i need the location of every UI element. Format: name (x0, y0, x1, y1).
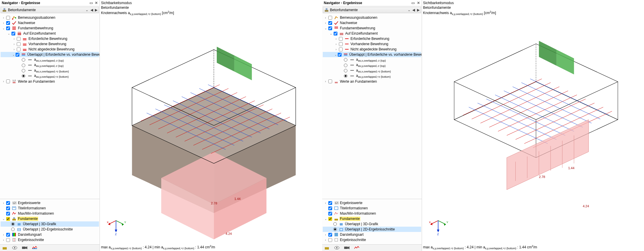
expand-icon[interactable]: › (2, 21, 5, 25)
collapse-icon[interactable]: ⌄ (12, 53, 15, 56)
tree-item-ergebniswerte[interactable]: Ergebniswerte (339, 201, 363, 205)
tree-item-nicht-abgedeckt[interactable]: Nicht abgedeckte Bewehrung (350, 47, 397, 51)
radio-label[interactable]: aas,x,overlapped,-z (top) (33, 57, 64, 62)
tree-item-vorhandene[interactable]: Vorhandene Bewehrung (28, 42, 67, 46)
viewport-2d-sections[interactable]: Sichtbarkeitsmodus Betonfundamente Knote… (422, 0, 644, 251)
collapse-icon[interactable]: ⌄ (324, 27, 327, 30)
checkbox[interactable] (6, 217, 10, 221)
tree-item-erforderliche[interactable]: Erforderliche Bewehrung (28, 37, 68, 41)
expand-icon[interactable]: › (334, 37, 338, 40)
radio-label[interactable]: aas,y,overlapped,+z (bottom) (356, 74, 391, 78)
collapse-icon[interactable]: ⌄ (2, 27, 5, 30)
tree-item-fundamentbewehrung[interactable]: Fundamentbewehrung (339, 26, 376, 30)
chevron-down-icon[interactable]: ⌄ (85, 8, 88, 12)
checkbox[interactable] (339, 37, 343, 41)
radio-label[interactable]: aas,x,overlapped,+z (bottom) (33, 68, 70, 73)
tree-item-ueberlappt[interactable]: Überlappt | Erforderliche vs. vorhandene… (27, 52, 100, 57)
collapse-icon[interactable]: ⌄ (2, 217, 5, 221)
checkbox[interactable] (16, 53, 19, 57)
pin-icon[interactable]: ▭ (90, 1, 93, 5)
tree-item-darstellungsart[interactable]: Darstellungsart (17, 233, 42, 237)
checkbox[interactable] (6, 16, 10, 20)
collapse-icon[interactable]: ⌄ (7, 32, 11, 35)
expand-icon[interactable]: › (12, 43, 16, 46)
tree-item-bemessungssituationen[interactable]: Bemessungssituationen (339, 16, 378, 20)
radio-asy-bottom[interactable] (344, 74, 347, 78)
radio-3d-grafik[interactable] (11, 222, 15, 226)
checkbox[interactable] (6, 238, 10, 242)
radio-asx-bottom[interactable] (22, 69, 25, 72)
radio-asx-bottom[interactable] (344, 69, 347, 72)
expand-icon[interactable]: › (324, 238, 327, 242)
pin-icon[interactable]: ▭ (411, 1, 415, 5)
tab-camera-icon[interactable] (343, 245, 350, 250)
tree-item-nachweise[interactable]: Nachweise (339, 21, 358, 25)
checkbox[interactable] (17, 48, 21, 51)
checkbox[interactable] (328, 16, 332, 20)
checkbox[interactable] (11, 32, 15, 35)
tree-item-vorhandene[interactable]: Vorhandene Bewehrung (350, 42, 389, 46)
checkbox[interactable] (334, 32, 337, 35)
expand-icon[interactable]: › (12, 48, 16, 51)
checkbox[interactable] (6, 79, 10, 83)
checkbox[interactable] (328, 238, 332, 242)
chevron-down-icon[interactable]: ⌄ (408, 8, 411, 12)
tree-item-bemessungssituationen[interactable]: Bemessungssituationen (17, 16, 56, 20)
tab-model-icon[interactable] (1, 245, 8, 250)
radio-label[interactable]: aas,y,overlapped,-z (top) (356, 63, 386, 67)
tree-item-titelinformationen[interactable]: Titelinformationen (17, 206, 46, 210)
checkbox[interactable] (17, 37, 21, 41)
collapse-icon[interactable]: ⌄ (329, 32, 333, 35)
tree-item-ergebnisschnitte[interactable]: Ergebnisschnitte (339, 238, 367, 242)
checkbox[interactable] (6, 21, 10, 25)
radio-asy-top[interactable] (344, 64, 347, 67)
expand-icon[interactable]: › (2, 238, 5, 242)
tree-item-nachweise[interactable]: Nachweise (17, 21, 36, 25)
radio-asy-top[interactable] (22, 64, 25, 67)
collapse-icon[interactable]: ⌄ (324, 217, 327, 221)
tree-item-ergebniswerte[interactable]: Ergebniswerte (17, 201, 41, 205)
checkbox[interactable] (338, 53, 342, 57)
checkbox[interactable] (328, 201, 332, 205)
collapse-icon[interactable]: ⌄ (334, 53, 337, 56)
navigator-category-dropdown[interactable]: Betonfundamente ⌄ ◀ ▶ (1, 7, 99, 13)
radio-label-2d[interactable]: Überlappt | 2D-Ergebnisschnitte (344, 227, 396, 231)
expand-icon[interactable]: › (334, 43, 338, 46)
expand-icon[interactable]: › (12, 37, 16, 40)
tree-item-werte[interactable]: Werte an Fundamenten (339, 79, 378, 84)
tab-camera-icon[interactable] (21, 245, 28, 250)
radio-label-3d[interactable]: Überlappt | 3D-Grafik (344, 222, 379, 226)
checkbox[interactable] (328, 233, 332, 237)
radio-3d-grafik[interactable] (333, 222, 337, 226)
close-icon[interactable]: ✕ (417, 1, 420, 5)
radio-asx-top[interactable] (22, 58, 25, 62)
tree-item-einzelfundament[interactable]: Auf Einzelfundament (345, 31, 379, 35)
expand-icon[interactable]: › (2, 201, 5, 205)
checkbox[interactable] (6, 26, 10, 30)
radio-asy-bottom[interactable] (22, 74, 25, 78)
expand-icon[interactable]: › (324, 16, 327, 19)
checkbox[interactable] (339, 42, 343, 46)
tree-item-maxmin[interactable]: Max/Min-Informationen (17, 211, 55, 216)
tree-item-erforderliche[interactable]: Erforderliche Bewehrung (350, 37, 390, 41)
checkbox[interactable] (339, 48, 343, 51)
tree-item-nicht-abgedeckt[interactable]: Nicht abgedeckte Bewehrung (28, 47, 75, 51)
tree-item-einzelfundament[interactable]: Auf Einzelfundament (23, 31, 56, 35)
tree-item-maxmin[interactable]: Max/Min-Informationen (339, 211, 377, 216)
checkbox[interactable] (6, 212, 10, 216)
tree-item-fundamente[interactable]: Fundamente (339, 217, 360, 221)
expand-icon[interactable]: › (334, 48, 338, 51)
checkbox[interactable] (328, 206, 332, 210)
tree-item-fundamente[interactable]: Fundamente (17, 217, 38, 221)
tree-item-ueberlappt[interactable]: Überlappt | Erforderliche vs. vorhandene… (349, 52, 422, 57)
checkbox[interactable] (6, 206, 10, 210)
checkbox[interactable] (6, 233, 10, 237)
navigator-category-dropdown[interactable]: Betonfundamente ⌄ ◀ ▶ (323, 7, 421, 13)
radio-2d-schnitte[interactable] (333, 228, 337, 231)
radio-label-3d[interactable]: Überlappt | 3D-Grafik (22, 222, 57, 226)
tab-results-icon[interactable] (31, 245, 38, 250)
history-forward-icon[interactable]: ▶ (417, 8, 420, 12)
checkbox[interactable] (17, 42, 21, 46)
history-back-icon[interactable]: ◀ (412, 8, 415, 12)
tree-item-darstellungsart[interactable]: Darstellungsart (339, 233, 364, 237)
